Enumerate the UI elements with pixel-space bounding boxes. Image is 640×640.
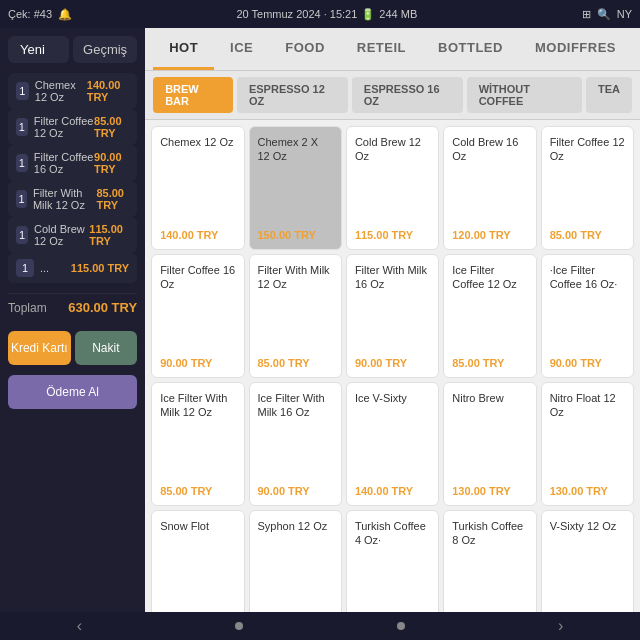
product-name: Filter Coffee 16 Oz [160, 263, 235, 351]
order-qty: 1 [16, 226, 28, 244]
product-price: 140.00 TRY [355, 485, 430, 497]
product-name: Cold Brew 12 Oz [355, 135, 430, 223]
nakit-button[interactable]: Nakit [75, 331, 138, 365]
product-price: 85.00 TRY [550, 229, 625, 241]
right-panel: HOTICEFOODRETEILBOTTLEDMODIFFRES BREW BA… [145, 28, 640, 640]
product-name: Ice V-Sixty [355, 391, 430, 479]
sub-tab-tea[interactable]: TEA [586, 77, 632, 113]
order-item[interactable]: 1 Chemex 12 Oz 140.00 TRY [8, 73, 137, 109]
cat-tab-bottled[interactable]: BOTTLED [422, 28, 519, 70]
order-name: Filter With Milk 12 Oz [33, 187, 97, 211]
order-name: Filter Coffee 12 Oz [34, 115, 94, 139]
product-card[interactable]: Chemex 2 X 12 Oz 150.00 TRY [249, 126, 342, 250]
cat-tab-modiffres[interactable]: MODIFFRES [519, 28, 632, 70]
next-arrow[interactable]: › [558, 617, 563, 635]
order-item-left: 1 Filter Coffee 16 Oz [16, 151, 94, 175]
product-name: Ice Filter With Milk 16 Oz [258, 391, 333, 479]
sub-tabs: BREW BARESPRESSO 12 OZESPRESSO 16 OZWİTH… [145, 71, 640, 120]
yeni-button[interactable]: Yeni [8, 36, 69, 63]
order-price: 140.00 TRY [87, 79, 129, 103]
product-name: Turkish Coffee 4 Oz· [355, 519, 430, 607]
order-item[interactable]: 1 Filter Coffee 12 Oz 85.00 TRY [8, 109, 137, 145]
user-icon[interactable]: NY [617, 8, 632, 20]
product-name: Filter Coffee 12 Oz [550, 135, 625, 223]
order-price: 115.00 TRY [71, 262, 129, 274]
order-name: Chemex 12 Oz [35, 79, 87, 103]
sub-tab-brew-bar[interactable]: BREW BAR [153, 77, 233, 113]
product-name: ·Ice Filter Coffee 16 Oz· [550, 263, 625, 351]
product-card[interactable]: Filter Coffee 16 Oz 90.00 TRY [151, 254, 244, 378]
order-item[interactable]: 1 ... 115.00 TRY [8, 253, 137, 283]
product-name: Chemex 2 X 12 Oz [258, 135, 333, 223]
product-grid: Chemex 12 Oz 140.00 TRY Chemex 2 X 12 Oz… [145, 120, 640, 640]
product-price: 90.00 TRY [258, 485, 333, 497]
order-qty: 1 [16, 259, 34, 277]
product-name: Filter With Milk 12 Oz [258, 263, 333, 351]
product-card[interactable]: Ice Filter With Milk 16 Oz 90.00 TRY [249, 382, 342, 506]
product-card[interactable]: Ice V-Sixty 140.00 TRY [346, 382, 439, 506]
product-card[interactable]: Nitro Brew 130.00 TRY [443, 382, 536, 506]
notification-icon: 🔔 [58, 8, 72, 21]
sub-tab-without-coffee[interactable]: WİTHOUT COFFEE [467, 77, 582, 113]
order-item[interactable]: 1 Filter With Milk 12 Oz 85.00 TRY [8, 181, 137, 217]
payment-buttons: Kredi Kartı Nakit [8, 331, 137, 365]
order-item-left: 1 Cold Brew 12 Oz [16, 223, 89, 247]
product-name: Filter With Milk 16 Oz [355, 263, 430, 351]
prev-arrow[interactable]: ‹ [77, 617, 82, 635]
product-card[interactable]: Filter With Milk 12 Oz 85.00 TRY [249, 254, 342, 378]
product-card[interactable]: Cold Brew 16 Oz 120.00 TRY [443, 126, 536, 250]
total-label: Toplam [8, 301, 47, 315]
cat-tab-hot[interactable]: HOT [153, 28, 214, 70]
product-card[interactable]: Ice Filter Coffee 12 Oz 85.00 TRY [443, 254, 536, 378]
total-value: 630.00 TRY [68, 300, 137, 315]
order-price: 85.00 TRY [96, 187, 129, 211]
product-price: 90.00 TRY [160, 357, 235, 369]
order-name: ... [40, 262, 49, 274]
product-card[interactable]: ·Ice Filter Coffee 16 Oz· 90.00 TRY [541, 254, 634, 378]
main-layout: Yeni Geçmiş 1 Chemex 12 Oz 140.00 TRY 1 … [0, 28, 640, 640]
product-price: 90.00 TRY [355, 357, 430, 369]
product-card[interactable]: Filter With Milk 16 Oz 90.00 TRY [346, 254, 439, 378]
product-card[interactable]: Chemex 12 Oz 140.00 TRY [151, 126, 244, 250]
kredi-kart-button[interactable]: Kredi Kartı [8, 331, 71, 365]
product-price: 120.00 TRY [452, 229, 527, 241]
order-price: 115.00 TRY [89, 223, 129, 247]
nav-dot-1 [235, 622, 243, 630]
product-name: Ice Filter Coffee 12 Oz [452, 263, 527, 351]
gecmis-button[interactable]: Geçmiş [73, 36, 137, 63]
sub-tab-espresso16[interactable]: ESPRESSO 16 OZ [352, 77, 463, 113]
sub-tab-espresso12[interactable]: ESPRESSO 12 OZ [237, 77, 348, 113]
search-icon[interactable]: 🔍 [597, 8, 611, 21]
product-name: Turkish Coffee 8 Oz [452, 519, 527, 607]
order-item-left: 1 Filter Coffee 12 Oz [16, 115, 94, 139]
category-tabs: HOTICEFOODRETEILBOTTLEDMODIFFRES [145, 28, 640, 71]
status-right: ⊞ 🔍 NY [582, 8, 632, 21]
cat-tab-ice[interactable]: ICE [214, 28, 269, 70]
product-name: Chemex 12 Oz [160, 135, 235, 223]
order-item-left: 1 Filter With Milk 12 Oz [16, 187, 96, 211]
order-qty: 1 [16, 118, 28, 136]
product-price: 130.00 TRY [452, 485, 527, 497]
order-item-left: 1 Chemex 12 Oz [16, 79, 87, 103]
cat-tab-food[interactable]: FOOD [269, 28, 341, 70]
product-price: 140.00 TRY [160, 229, 235, 241]
date-time: 20 Temmuz 2024 · 15:21 [236, 8, 357, 20]
cat-tab-reteil[interactable]: RETEIL [341, 28, 422, 70]
grid-icon[interactable]: ⊞ [582, 8, 591, 21]
order-price: 85.00 TRY [94, 115, 129, 139]
order-price: 90.00 TRY [94, 151, 129, 175]
odeme-al-button[interactable]: Ödeme Al [8, 375, 137, 409]
order-item[interactable]: 1 Cold Brew 12 Oz 115.00 TRY [8, 217, 137, 253]
product-name: Nitro Brew [452, 391, 527, 479]
order-qty: 1 [16, 154, 28, 172]
order-item[interactable]: 1 Filter Coffee 16 Oz 90.00 TRY [8, 145, 137, 181]
product-card[interactable]: Cold Brew 12 Oz 115.00 TRY [346, 126, 439, 250]
product-name: Cold Brew 16 Oz [452, 135, 527, 223]
product-card[interactable]: Nitro Float 12 Oz 130.00 TRY [541, 382, 634, 506]
status-bar: Çek: #43 🔔 20 Temmuz 2024 · 15:21 🔋 244 … [0, 0, 640, 28]
check-label: Çek: #43 [8, 8, 52, 20]
product-card[interactable]: Ice Filter With Milk 12 Oz 85.00 TRY [151, 382, 244, 506]
order-list: 1 Chemex 12 Oz 140.00 TRY 1 Filter Coffe… [8, 73, 137, 283]
product-price: 150.00 TRY [258, 229, 333, 241]
product-card[interactable]: Filter Coffee 12 Oz 85.00 TRY [541, 126, 634, 250]
